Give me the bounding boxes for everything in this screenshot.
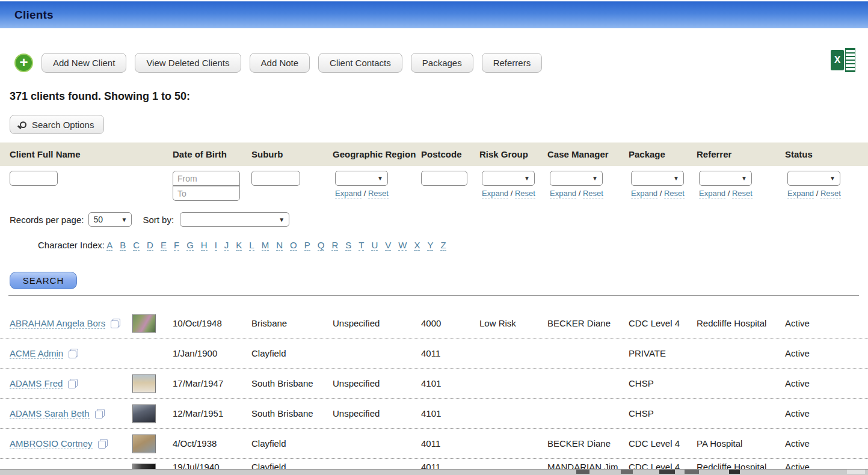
geographic-region-expand-link[interactable]: Expand (335, 189, 362, 198)
cell-case-manager: BECKER Diane (547, 438, 629, 449)
client-name-link[interactable]: ADAMS Sarah Beth (10, 408, 90, 419)
char-index-letter-l[interactable]: L (249, 240, 254, 251)
geographic-region-reset-link[interactable]: Reset (368, 189, 389, 198)
char-index-letter-d[interactable]: D (147, 240, 153, 251)
chevron-down-icon: ▼ (673, 175, 679, 182)
case-manager-expand-link[interactable]: Expand (550, 189, 576, 198)
client-name-cell: AMBROSIO Cortney (10, 429, 173, 458)
records-per-page-select[interactable]: 50 ▼ (88, 212, 132, 227)
char-index-letter-b[interactable]: B (120, 240, 126, 251)
add-note-button[interactable]: Add Note (250, 53, 310, 73)
add-plus-icon[interactable]: + (14, 54, 33, 72)
client-photo[interactable] (132, 314, 156, 332)
excel-grid-glyph (845, 48, 855, 72)
referrer-expand-link[interactable]: Expand (699, 189, 725, 198)
chevron-down-icon: ▼ (377, 175, 383, 182)
copy-icon[interactable] (69, 349, 78, 358)
suburb-filter-input[interactable] (251, 171, 300, 186)
package-select[interactable]: ▼ (631, 171, 684, 186)
char-index-letter-y[interactable]: Y (427, 240, 433, 251)
cell-dob: 12/Mar/1951 (173, 408, 251, 418)
cell-dob: 1/Jan/1900 (173, 348, 251, 358)
char-index-letter-i[interactable]: I (215, 240, 217, 251)
client-name-cell: ADAMS Sarah Beth (10, 399, 173, 428)
dob-from-input[interactable] (173, 171, 240, 186)
cell-package: CDC Level 4 (629, 318, 697, 328)
cell-dob: 10/Oct/1948 (173, 318, 251, 328)
client-photo[interactable] (132, 404, 156, 423)
table-row: ACME Admin 1/Jan/1900 Clayfield 4011 PRI… (0, 339, 868, 369)
risk-group-reset-link[interactable]: Reset (515, 189, 535, 198)
excel-export-icon[interactable]: X (831, 48, 855, 72)
char-index-letter-e[interactable]: E (161, 240, 167, 251)
case-manager-select[interactable]: ▼ (550, 171, 603, 186)
client-photo[interactable] (132, 374, 156, 393)
add-new-client-button[interactable]: Add New Client (42, 53, 126, 73)
client-name-link[interactable]: ADAMS Fred (10, 378, 63, 389)
char-index-letter-v[interactable]: V (385, 240, 391, 251)
char-index-letter-x[interactable]: X (414, 240, 420, 251)
status-select[interactable]: ▼ (787, 171, 840, 186)
cell-postcode: 4011 (421, 348, 479, 358)
geographic-region-select[interactable]: ▼ (335, 171, 388, 186)
char-index-letter-q[interactable]: Q (318, 240, 325, 251)
client-name-link[interactable]: AMBROSIO Cortney (10, 438, 93, 449)
client-contacts-button[interactable]: Client Contacts (318, 53, 402, 73)
view-deleted-clients-button[interactable]: View Deleted Clients (135, 53, 241, 73)
column-header-geographic-region: Geographic Region (333, 149, 421, 159)
risk-group-select[interactable]: ▼ (482, 171, 535, 186)
taskbar-icon (576, 470, 589, 474)
cell-postcode: 4101 (421, 408, 479, 418)
client-name-link[interactable]: ABRAHAM Angela Bors (10, 318, 105, 329)
cell-postcode: 4101 (421, 378, 479, 388)
packages-button[interactable]: Packages (411, 53, 473, 73)
char-index-letter-k[interactable]: K (236, 240, 242, 251)
copy-icon[interactable] (68, 379, 78, 388)
toolbar: + Add New Client View Deleted Clients Ad… (14, 53, 542, 73)
char-index-letter-n[interactable]: N (276, 240, 283, 251)
char-index-letter-m[interactable]: M (262, 240, 269, 251)
char-index-letter-z[interactable]: Z (440, 240, 446, 251)
char-index-letter-s[interactable]: S (345, 240, 351, 251)
char-index-letter-c[interactable]: C (133, 240, 140, 251)
cell-referrer: Redcliffe Hospital (697, 318, 785, 328)
referrer-reset-link[interactable]: Reset (732, 189, 753, 198)
copy-icon[interactable] (95, 409, 105, 418)
copy-icon[interactable] (111, 319, 120, 328)
char-index-letter-g[interactable]: G (186, 240, 194, 251)
char-index-letter-u[interactable]: U (371, 240, 378, 251)
sort-by-select[interactable]: ▼ (180, 212, 289, 227)
package-expand-link[interactable]: Expand (631, 189, 657, 198)
records-per-page-label: Records per page: (10, 215, 84, 225)
copy-icon[interactable] (98, 439, 108, 449)
client-photo[interactable] (132, 434, 156, 453)
char-index-letter-j[interactable]: J (224, 240, 229, 251)
dob-to-input[interactable] (173, 186, 240, 201)
status-reset-link[interactable]: Reset (820, 189, 841, 198)
char-index-letter-a[interactable]: A (106, 240, 112, 251)
client-table: ABRAHAM Angela Bors 10/Oct/1948 Brisbane… (0, 308, 868, 475)
risk-group-expand-link[interactable]: Expand (482, 189, 508, 198)
column-header-date-of-birth: Date of Birth (173, 149, 251, 159)
search-options-button[interactable]: Search Options (10, 115, 104, 134)
char-index-letter-p[interactable]: P (304, 240, 310, 251)
client-name-filter-input[interactable] (10, 171, 58, 186)
postcode-filter-input[interactable] (421, 171, 467, 186)
package-reset-link[interactable]: Reset (664, 189, 685, 198)
referrer-select[interactable]: ▼ (699, 171, 752, 186)
column-header-client-full-name: Client Full Name (10, 149, 173, 159)
status-expand-link[interactable]: Expand (787, 189, 814, 198)
table-row: AMBROSIO Cortney 4/Oct/1938 Clayfield 40… (0, 429, 868, 459)
referrers-button[interactable]: Referrers (482, 53, 543, 73)
char-index-letter-t[interactable]: T (359, 240, 364, 251)
char-index-letter-h[interactable]: H (201, 240, 208, 251)
taskbar-icon (659, 470, 675, 474)
char-index-letter-w[interactable]: W (398, 240, 407, 251)
char-index-letter-o[interactable]: O (290, 240, 297, 251)
search-button[interactable]: SEARCH (10, 272, 77, 289)
char-index-letter-r[interactable]: R (331, 240, 338, 251)
column-header-risk-group: Risk Group (479, 149, 547, 159)
client-name-link[interactable]: ACME Admin (10, 348, 63, 359)
case-manager-reset-link[interactable]: Reset (583, 189, 603, 198)
char-index-letter-f[interactable]: F (174, 240, 179, 251)
